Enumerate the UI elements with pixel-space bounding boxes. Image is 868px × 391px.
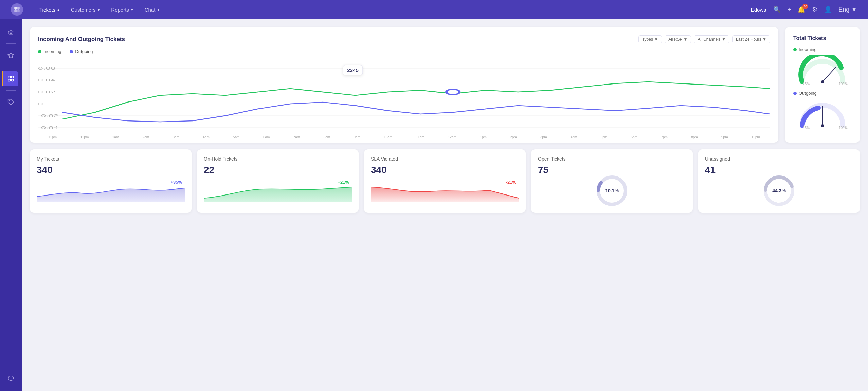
svg-point-0	[14, 7, 17, 10]
legend-label-outgoing: Outgoing	[75, 49, 93, 54]
legend-incoming: Incoming	[38, 49, 61, 54]
onhold-trend: +21%	[338, 180, 349, 185]
my-tickets-more[interactable]: ···	[180, 156, 185, 163]
svg-rect-6	[12, 76, 14, 78]
incoming-gauge-label: Incoming	[793, 47, 852, 52]
open-more[interactable]: ···	[681, 156, 686, 163]
nav-reports[interactable]: Reports ▼	[111, 5, 133, 14]
svg-text:25%: 25%	[803, 126, 810, 129]
svg-text:44.3%: 44.3%	[772, 188, 786, 193]
chart-header: Incoming And Outgoing Tickets Types ▼ Al…	[38, 35, 770, 43]
svg-line-22	[822, 67, 836, 82]
svg-text:100%: 100%	[839, 126, 848, 129]
sidebar-item-power[interactable]	[3, 371, 18, 386]
profile-icon[interactable]: 👤	[824, 6, 832, 13]
outgoing-gauge-section: Outgoing 25% 100%	[793, 91, 852, 129]
main-chart-card: Incoming And Outgoing Tickets Types ▼ Al…	[30, 27, 778, 143]
search-icon[interactable]: 🔍	[773, 6, 781, 13]
sidebar-item-home[interactable]	[3, 24, 18, 39]
logo[interactable]	[11, 3, 23, 16]
user-name: Edowa	[751, 7, 766, 13]
sla-more[interactable]: ···	[514, 156, 519, 163]
svg-text:0.02: 0.02	[38, 90, 55, 94]
tickets-caret: ▲	[57, 8, 60, 12]
sla-title: SLA Violated	[371, 156, 398, 162]
open-circle: 10.1%	[538, 175, 686, 206]
incoming-gauge-section: Incoming 25% 100%	[793, 47, 852, 85]
sidebar-item-dashboard[interactable]	[2, 71, 18, 86]
filter-rsp[interactable]: All RSP ▼	[665, 35, 691, 43]
outgoing-gauge-label: Outgoing	[793, 91, 852, 96]
legend-dot-incoming	[38, 50, 41, 53]
onhold-header: On-Hold Tickets ···	[204, 156, 352, 163]
bottom-row: My Tickets ··· 340 +35%	[30, 149, 860, 213]
svg-point-3	[17, 10, 20, 12]
unassigned-header: Unassigned ···	[705, 156, 853, 163]
sidebar-item-favorites[interactable]	[3, 48, 18, 63]
incoming-dot	[793, 48, 797, 51]
legend-outgoing: Outgoing	[70, 49, 93, 54]
sidebar-divider-3	[6, 90, 16, 91]
main-content: Incoming And Outgoing Tickets Types ▼ Al…	[22, 19, 868, 391]
chart-tooltip-point	[447, 89, 459, 95]
svg-rect-8	[12, 79, 14, 81]
incoming-label: Incoming	[799, 47, 817, 52]
customers-caret: ▼	[97, 8, 100, 12]
sla-header: SLA Violated ···	[371, 156, 519, 163]
svg-text:10.1%: 10.1%	[605, 188, 619, 193]
onhold-chart: +21%	[204, 180, 352, 203]
my-tickets-header: My Tickets ···	[37, 156, 185, 163]
outgoing-label: Outgoing	[799, 91, 817, 96]
nav-chat[interactable]: Chat ▼	[145, 5, 160, 14]
svg-point-27	[821, 124, 824, 127]
x-labels: 11pm 12pm 1am 2am 3am 4am 5am 6am 7am 8a…	[38, 135, 770, 139]
outgoing-gauge: 25% 100%	[793, 98, 852, 129]
svg-text:0.04: 0.04	[38, 78, 55, 82]
nav-customers[interactable]: Customers ▼	[71, 5, 100, 14]
my-tickets-trend: +35%	[170, 180, 182, 185]
svg-marker-4	[8, 53, 14, 58]
unassigned-more[interactable]: ···	[848, 156, 853, 163]
nav-tickets[interactable]: Tickets ▲	[39, 5, 60, 14]
filter-channels[interactable]: All Channels ▼	[694, 35, 729, 43]
svg-text:100%: 100%	[839, 82, 848, 85]
sidebar-divider-4	[6, 114, 16, 114]
chart-area: 0.06 0.04 0.02 0 -0.02 -0.04	[38, 58, 770, 133]
svg-text:0: 0	[38, 102, 43, 106]
reports-caret: ▼	[130, 8, 134, 12]
stat-card-onhold: On-Hold Tickets ··· 22 +21%	[197, 149, 359, 213]
top-nav: Tickets ▲ Customers ▼ Reports ▼ Chat ▼ E…	[0, 0, 868, 19]
incoming-gauge: 25% 100%	[793, 55, 852, 85]
notification-count: 30	[802, 4, 808, 9]
my-tickets-title: My Tickets	[37, 156, 59, 162]
sidebar-divider-1	[6, 43, 16, 44]
language-selector[interactable]: Eng ▼	[838, 6, 857, 13]
chat-caret: ▼	[157, 8, 160, 12]
sidebar-divider-2	[6, 67, 16, 67]
svg-text:-0.02: -0.02	[38, 114, 58, 118]
settings-icon[interactable]: ⚙	[812, 6, 817, 13]
svg-point-1	[17, 7, 20, 10]
svg-text:-0.04: -0.04	[38, 126, 58, 130]
svg-point-23	[821, 80, 824, 83]
stat-card-sla: SLA Violated ··· 340 -21%	[364, 149, 526, 213]
onhold-title: On-Hold Tickets	[204, 156, 238, 162]
sidebar-item-tags[interactable]	[3, 95, 18, 110]
notification-bell[interactable]: 🔔 30	[798, 6, 805, 13]
legend-label-incoming: Incoming	[43, 49, 61, 54]
sla-value: 340	[371, 165, 519, 175]
svg-point-2	[14, 10, 17, 12]
my-tickets-value: 340	[37, 165, 185, 175]
chart-svg: 0.06 0.04 0.02 0 -0.02 -0.04	[38, 58, 770, 133]
svg-text:0.06: 0.06	[38, 66, 55, 70]
legend-dot-outgoing	[70, 50, 73, 53]
chart-legend: Incoming Outgoing	[38, 49, 770, 54]
nav-right: Edowa 🔍 + 🔔 30 ⚙ 👤 Eng ▼	[751, 6, 857, 13]
onhold-more[interactable]: ···	[347, 156, 352, 163]
filter-time[interactable]: Last 24 Hours ▼	[732, 35, 770, 43]
onhold-value: 22	[204, 165, 352, 175]
sidebar	[0, 19, 22, 391]
add-icon[interactable]: +	[788, 6, 791, 13]
filter-types[interactable]: Types ▼	[638, 35, 662, 43]
unassigned-circle: 44.3%	[705, 175, 853, 206]
